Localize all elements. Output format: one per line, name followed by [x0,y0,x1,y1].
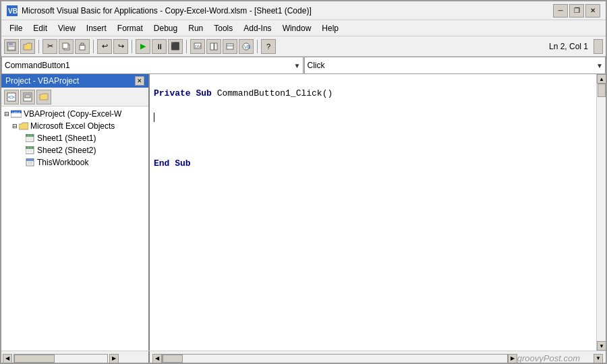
svg-rect-4 [8,47,15,50]
minimize-button[interactable]: ─ [553,4,568,18]
left-hscroll-left-btn[interactable]: ◀ [3,354,12,363]
svg-rect-20 [25,94,30,98]
title-bar: VB Microsoft Visual Basic for Applicatio… [1,1,606,20]
svg-rect-13 [227,44,233,49]
expand-icon: ⊟ [4,111,9,117]
toolbar-separator-3 [132,40,132,53]
left-hscroll-thumb[interactable] [14,355,55,363]
vscroll-bottom-button[interactable]: ▼ [594,354,603,363]
right-hscroll-left-btn[interactable]: ◀ [152,354,162,363]
toolbar-separator-5 [257,40,258,53]
code-editor[interactable]: Private Sub CommandButton1_Click() End S… [150,74,596,351]
toolbar-run-btn[interactable]: ▶ [136,39,150,54]
toolbar-status: Ln 2, Col 1 [549,39,603,54]
panel-view-code-btn[interactable]: <> [4,90,19,104]
panel-toolbar: <> [1,88,148,107]
panel-view-object-btn[interactable] [20,90,35,104]
scroll-thumb[interactable] [598,84,606,97]
code-with-scroll: Private Sub CommandButton1_Click() End S… [150,74,606,351]
toolbar-objectbrowser-btn[interactable]: VB [239,39,254,54]
svg-rect-11 [210,43,214,50]
right-panel-bottom: ◀ ▶ groovyPost.com ▼ [150,351,606,365]
code-text-1: CommandButton1_Click() [212,88,333,98]
object-dropdown[interactable]: CommandButton1 [1,57,304,74]
bottom-scroll-area: ◀ ▶ ◀ ▶ groovyPost.com ▼ [1,351,606,364]
svg-rect-25 [26,134,34,137]
svg-rect-38 [28,162,32,163]
tree-item-sheet2[interactable]: Sheet2 (Sheet2) [1,144,148,156]
panel-toggle-folders-btn[interactable] [36,90,51,104]
restore-button[interactable]: ❐ [569,4,584,18]
menu-run[interactable]: Run [183,22,208,34]
sheet2-label: Sheet2 (Sheet2) [37,146,96,155]
svg-text:VBA: VBA [12,111,21,115]
toolbar-redo-btn[interactable]: ↪ [113,39,128,54]
procedure-dropdown[interactable]: Click [304,57,606,74]
project-panel: Project - VBAProject ✕ <> ⊟ VBA [1,74,150,351]
sheet1-label: Sheet1 (Sheet1) [37,133,96,143]
panel-close-button[interactable]: ✕ [135,76,144,86]
svg-text:VB: VB [8,7,18,15]
menu-tools[interactable]: Tools [208,22,238,34]
code-area: Private Sub CommandButton1_Click() End S… [150,74,606,351]
scroll-down-button[interactable]: ▼ [597,341,606,351]
tree-item-sheet1[interactable]: Sheet1 (Sheet1) [1,132,148,144]
menu-insert[interactable]: Insert [81,22,112,34]
app-icon: VB [7,5,18,16]
menu-debug[interactable]: Debug [148,22,183,34]
watermark: groovyPost.com [517,353,594,363]
toolbar-help-btn[interactable]: ? [261,39,276,54]
menu-window[interactable]: Window [277,22,317,34]
toolbar-paste-btn[interactable] [75,39,90,54]
expand-icon-excel: ⊟ [12,123,18,129]
svg-text:DM: DM [195,44,201,49]
dropdown-bar: CommandButton1 ▼ Click ▼ [1,57,606,74]
toolbar-projectexplorer-btn[interactable] [206,39,221,54]
menu-addins[interactable]: Add-Ins [238,22,277,34]
right-hscroll-thumb[interactable] [163,355,183,363]
svg-rect-3 [9,42,13,45]
left-hscroll-track [13,354,108,363]
toolbar-separator-2 [93,40,94,53]
toolbar-open-btn[interactable] [20,39,35,54]
window-controls: ─ ❐ ✕ [553,4,600,18]
toolbar-stop-btn[interactable]: ⬛ [168,39,183,54]
keyword-endsub: End Sub [154,158,191,169]
svg-rect-6 [63,43,68,49]
tree-item-thisworkbook[interactable]: ThisWorkbook [1,156,148,169]
svg-text:<>: <> [8,94,15,100]
toolbar-separator-4 [186,40,187,53]
toolbar-scroll-indicator [594,39,603,54]
text-cursor [154,113,154,122]
toolbar: ✂ ↩ ↪ ▶ ⏸ ⬛ DM VB ? Ln 2, Col 1 [1,36,606,57]
close-button[interactable]: ✕ [585,4,600,18]
svg-rect-12 [214,43,217,50]
right-hscroll-track [162,354,508,363]
tree-item-vbaproject[interactable]: ⊟ VBA VBAProject (Copy-Excel-W [1,108,148,120]
toolbar-design-btn[interactable]: DM [190,39,205,54]
toolbar-save-btn[interactable] [4,39,19,54]
scroll-track [597,84,606,341]
toolbar-copy-btn[interactable] [59,39,74,54]
svg-rect-7 [80,45,85,50]
toolbar-cut-btn[interactable]: ✂ [42,39,57,54]
toolbar-separator-1 [38,40,39,53]
svg-rect-37 [26,158,34,161]
code-line-4: End Sub [154,157,592,171]
menu-view[interactable]: View [53,22,81,34]
left-panel-bottom: ◀ ▶ [1,351,150,365]
left-hscroll-right-btn[interactable]: ▶ [109,354,119,363]
svg-text:VB: VB [244,44,250,49]
code-vertical-scrollbar: ▲ ▼ [596,74,606,351]
scroll-up-button[interactable]: ▲ [597,74,606,84]
menu-edit[interactable]: Edit [28,22,53,34]
title-text: Microsoft Visual Basic for Applications … [22,6,553,16]
toolbar-properties-btn[interactable] [223,39,237,54]
menu-help[interactable]: Help [316,22,344,34]
tree-item-excel-objects[interactable]: ⊟ Microsoft Excel Objects [1,120,148,132]
menu-format[interactable]: Format [112,22,148,34]
toolbar-pause-btn[interactable]: ⏸ [152,39,167,54]
toolbar-undo-btn[interactable]: ↩ [97,39,112,54]
right-hscroll-right-btn[interactable]: ▶ [508,354,517,363]
menu-file[interactable]: File [4,22,28,34]
